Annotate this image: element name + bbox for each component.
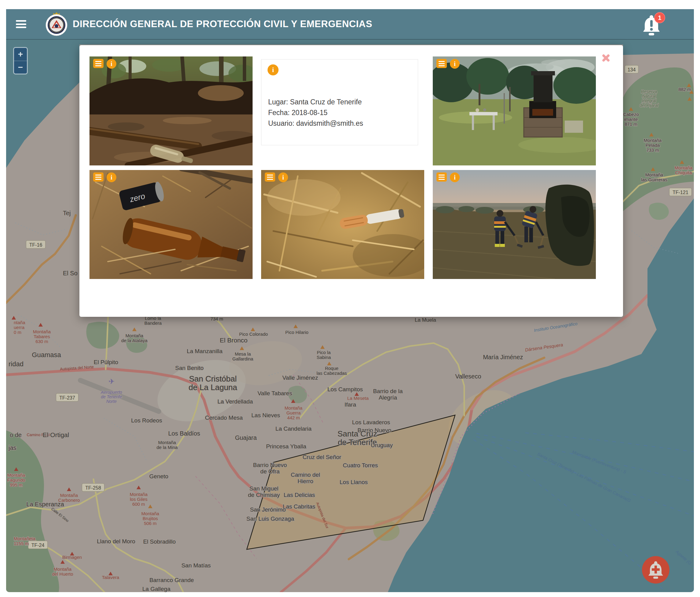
- map-label: Montañadel Huerto: [52, 567, 73, 576]
- map-label: ReservaNaturalIntegraldel Pijaral: [640, 89, 658, 108]
- map-label: El So: [63, 270, 78, 277]
- map-label: La Muela: [415, 317, 436, 323]
- report-details: Lugar: Santa Cruz de Tenerife Fecha: 201…: [268, 97, 363, 129]
- map-label: Pico Hilario: [285, 330, 308, 335]
- map-label: Birmagen: [62, 554, 82, 560]
- map-label: El Ortigal: [43, 431, 69, 438]
- report-date: Fecha: 2018-08-15: [268, 107, 363, 118]
- map-label: La Manzanilla: [186, 348, 223, 354]
- comments-icon[interactable]: [436, 173, 447, 182]
- report-photo-burnt-forest[interactable]: i: [90, 56, 253, 165]
- map-label: Uruguay: [371, 442, 393, 448]
- info-icon[interactable]: i: [107, 59, 116, 69]
- road-badge-label: 134: [628, 67, 636, 72]
- map-label: San Benito: [175, 365, 204, 371]
- map-label: San Miguelde Chimisay: [248, 485, 280, 498]
- map-label: Guajara: [235, 434, 257, 441]
- road-badge-label: TF-258: [85, 485, 101, 491]
- map-label: La Meseta: [347, 395, 369, 401]
- map-label: Lomo laBandera: [145, 316, 162, 326]
- map-label: Valle Jiménez: [282, 374, 318, 381]
- new-alert-fab[interactable]: [642, 556, 670, 583]
- bbq-image: [433, 56, 596, 165]
- photo-toolbar: i: [93, 173, 116, 182]
- map-label: Barranco Grande: [149, 577, 194, 583]
- map-label: El Sobradillo: [143, 538, 176, 545]
- info-icon[interactable]: i: [450, 173, 460, 182]
- map-label: Valleseco: [455, 373, 481, 380]
- map-label: Las Cabritas: [283, 503, 316, 510]
- map-label: Mesa laGallardina: [232, 351, 253, 361]
- zoom-in-button[interactable]: +: [14, 48, 27, 61]
- map-label: MontañaCarbonero: [58, 493, 80, 503]
- map-label: San Matías: [181, 562, 211, 569]
- photo-toolbar: i: [436, 59, 460, 69]
- report-info-card: i Lugar: Santa Cruz de Tenerife Fecha: 2…: [261, 59, 418, 145]
- photo-toolbar: i: [265, 173, 288, 182]
- map-label: La Gallega: [142, 586, 170, 592]
- info-icon[interactable]: i: [107, 173, 116, 182]
- bottle-litter-image: zero: [90, 170, 253, 279]
- photo-toolbar: i: [436, 173, 460, 182]
- map-label: La Candelaria: [275, 425, 312, 432]
- map-label: ridad: [8, 360, 24, 368]
- info-icon[interactable]: i: [278, 173, 288, 182]
- notifications-button[interactable]: 1: [642, 14, 664, 38]
- map-label: María Jiménez: [483, 354, 523, 360]
- map-label: Tej: [63, 210, 71, 216]
- map-label: Cabezoimante871 m: [623, 112, 639, 127]
- map-label: 734 m: [210, 316, 223, 321]
- map-label: Los Campitos: [327, 386, 363, 392]
- comments-icon[interactable]: [93, 59, 103, 68]
- map-label: La Verdellada: [218, 398, 253, 405]
- map-label: Geneto: [149, 473, 168, 479]
- report-photo-cigarette[interactable]: i: [261, 170, 424, 279]
- map-label: Cruz del Señor: [303, 454, 342, 460]
- map-label: Cuatro Torres: [343, 462, 378, 468]
- photo-toolbar: i: [93, 59, 116, 69]
- map-label: Guamasa: [32, 351, 61, 359]
- map-label: San Cristóbalde La Laguna: [189, 374, 237, 392]
- map-label: Los Baldíos: [168, 430, 200, 437]
- notification-badge: 1: [654, 12, 665, 23]
- close-icon[interactable]: [600, 52, 611, 63]
- map-label: Pico laSabina: [317, 350, 331, 360]
- map-label: Las Delicias: [284, 492, 315, 498]
- road-badge-label: TF-24: [31, 543, 45, 548]
- map-label: Los Llanos: [340, 479, 368, 485]
- map-label: Princesa Yballa: [266, 443, 306, 449]
- map-label: El Bronco: [220, 337, 247, 344]
- map-label: Pico Colorado: [239, 332, 268, 337]
- proteccion-civil-logo: [45, 12, 68, 36]
- app-header: DIRECCIÓN GENERAL DE PROTECCIÓN CIVIL Y …: [6, 9, 694, 40]
- info-icon[interactable]: i: [450, 59, 460, 69]
- info-icon[interactable]: i: [268, 64, 278, 75]
- road-badge-label: TF-16: [29, 242, 43, 248]
- map-label: El Púlpito: [94, 359, 118, 365]
- map-label: Ifara: [345, 401, 356, 408]
- report-photo-bbq[interactable]: i: [433, 56, 596, 165]
- comments-icon[interactable]: [436, 59, 447, 68]
- map-label: MontañaChiquita: [675, 165, 693, 175]
- map-label: jas: [8, 444, 17, 451]
- road-badge-label: TF-237: [59, 395, 75, 400]
- map-label: San Jerónimo: [250, 507, 285, 513]
- menu-icon[interactable]: [16, 20, 26, 28]
- report-photo-bottle-litter[interactable]: zero i: [90, 170, 253, 279]
- map-label: o de: [10, 432, 22, 438]
- zoom-out-button[interactable]: −: [14, 61, 27, 74]
- alarm-bell-plus-icon: [647, 561, 664, 579]
- comments-icon[interactable]: [265, 173, 275, 182]
- workers-image: [433, 170, 596, 279]
- airport-icon: ✈: [108, 377, 115, 386]
- road-badge-label: TF-121: [673, 190, 689, 195]
- map-label: Montañade la Mina: [156, 440, 178, 450]
- report-user: Usuario: davidsmith@smith.es: [268, 118, 363, 129]
- map-label: Cercado Mesa: [205, 414, 243, 421]
- comments-icon[interactable]: [93, 173, 103, 182]
- cigarette-image: [261, 170, 424, 279]
- map-label: Los Lavaderos: [352, 419, 390, 425]
- report-photo-workers[interactable]: i: [433, 170, 596, 279]
- page-title: DIRECCIÓN GENERAL DE PROTECCIÓN CIVIL Y …: [73, 19, 372, 30]
- map-label: Los Rodeos: [131, 417, 162, 424]
